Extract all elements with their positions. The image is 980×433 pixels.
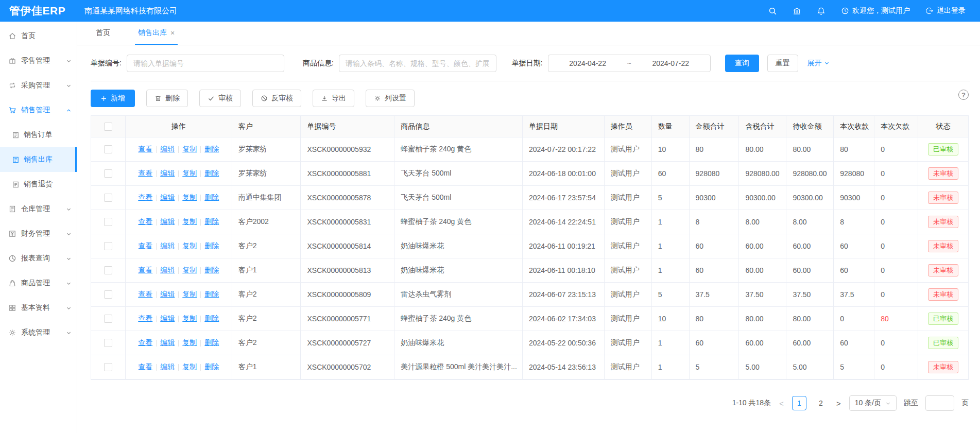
sidebar-item-product[interactable]: 商品管理 bbox=[0, 271, 77, 296]
delete-link[interactable]: 删除 bbox=[204, 169, 219, 178]
sidebar-subitem-sales-outbound[interactable]: 销售出库 bbox=[0, 147, 77, 172]
view-link[interactable]: 查看 bbox=[138, 362, 152, 372]
cell-customer: 罗莱家纺 bbox=[232, 137, 301, 161]
page-1[interactable]: 1 bbox=[792, 396, 806, 410]
edit-link[interactable]: 编辑 bbox=[160, 145, 175, 154]
page-size-select[interactable]: 10 条/页 bbox=[849, 395, 897, 411]
audit-button[interactable]: 审核 bbox=[199, 90, 241, 107]
user-welcome[interactable]: 欢迎您，测试用户 bbox=[841, 6, 910, 15]
check-icon bbox=[208, 95, 215, 102]
prev-page-icon[interactable]: < bbox=[778, 399, 785, 408]
delete-button[interactable]: 删除 bbox=[146, 90, 188, 107]
view-link[interactable]: 查看 bbox=[138, 290, 152, 299]
row-checkbox[interactable] bbox=[104, 363, 112, 371]
view-link[interactable]: 查看 bbox=[138, 169, 152, 178]
copy-link[interactable]: 复制 bbox=[182, 169, 197, 178]
sidebar-item-finance[interactable]: 财务管理 bbox=[0, 221, 77, 246]
edit-link[interactable]: 编辑 bbox=[160, 193, 175, 202]
select-all-checkbox[interactable] bbox=[104, 123, 112, 131]
row-checkbox[interactable] bbox=[104, 339, 112, 347]
copy-link[interactable]: 复制 bbox=[182, 193, 197, 202]
date-range-picker[interactable]: 2024-04-22 ~ 2024-07-22 bbox=[548, 55, 711, 72]
delete-link[interactable]: 删除 bbox=[204, 290, 219, 299]
delete-link[interactable]: 删除 bbox=[204, 362, 219, 372]
bill-no-input[interactable] bbox=[127, 55, 284, 72]
chevron-down-icon bbox=[66, 281, 72, 286]
row-checkbox[interactable] bbox=[104, 242, 112, 250]
unaudit-button[interactable]: 反审核 bbox=[252, 90, 301, 107]
delete-link[interactable]: 删除 bbox=[204, 338, 219, 348]
edit-link[interactable]: 编辑 bbox=[160, 362, 175, 372]
search-button[interactable]: 查询 bbox=[725, 55, 759, 72]
logout-button[interactable]: 退出登录 bbox=[925, 6, 966, 15]
edit-link[interactable]: 编辑 bbox=[160, 241, 175, 251]
tab-home[interactable]: 首页 bbox=[93, 22, 113, 45]
copy-link[interactable]: 复制 bbox=[182, 338, 197, 348]
row-checkbox[interactable] bbox=[104, 169, 112, 178]
delete-link[interactable]: 删除 bbox=[204, 241, 219, 251]
copy-link[interactable]: 复制 bbox=[182, 290, 197, 299]
edit-link[interactable]: 编辑 bbox=[160, 266, 175, 275]
add-button[interactable]: 新增 bbox=[91, 90, 135, 107]
date-from[interactable]: 2024-04-22 bbox=[569, 59, 606, 67]
copy-link[interactable]: 复制 bbox=[182, 266, 197, 275]
notification-bell-icon[interactable] bbox=[817, 7, 826, 15]
header-receivable: 待收金额 bbox=[786, 116, 834, 137]
sidebar-item-report[interactable]: 报表查询 bbox=[0, 246, 77, 271]
help-icon[interactable]: ? bbox=[958, 90, 969, 100]
tab-close-icon[interactable]: × bbox=[170, 29, 175, 37]
sidebar-item-purchase[interactable]: 采购管理 bbox=[0, 73, 77, 98]
edit-link[interactable]: 编辑 bbox=[160, 169, 175, 178]
cell-qty: 5 bbox=[652, 283, 690, 306]
view-link[interactable]: 查看 bbox=[138, 217, 152, 227]
search-icon[interactable] bbox=[768, 7, 777, 15]
next-page-icon[interactable]: > bbox=[835, 399, 842, 408]
reset-button[interactable]: 重置 bbox=[767, 55, 798, 72]
date-to[interactable]: 2024-07-22 bbox=[652, 59, 689, 67]
sidebar-item-retail[interactable]: 零售管理 bbox=[0, 48, 77, 73]
jump-page-input[interactable] bbox=[925, 395, 954, 411]
column-settings-button[interactable]: 列设置 bbox=[366, 90, 415, 107]
view-link[interactable]: 查看 bbox=[138, 241, 152, 251]
row-checkbox[interactable] bbox=[104, 218, 112, 226]
row-checkbox[interactable] bbox=[104, 315, 112, 323]
building-icon[interactable] bbox=[793, 7, 801, 15]
copy-link[interactable]: 复制 bbox=[182, 217, 197, 227]
sidebar-subitem-sales-order[interactable]: 销售订单 bbox=[0, 123, 77, 147]
copy-link[interactable]: 复制 bbox=[182, 314, 197, 323]
sidebar-item-home[interactable]: 首页 bbox=[0, 24, 77, 48]
delete-link[interactable]: 删除 bbox=[204, 193, 219, 202]
edit-link[interactable]: 编辑 bbox=[160, 338, 175, 348]
row-checkbox[interactable] bbox=[104, 194, 112, 202]
sidebar-subitem-sales-return[interactable]: 销售退货 bbox=[0, 172, 77, 197]
row-checkbox[interactable] bbox=[104, 290, 112, 299]
sidebar-item-warehouse[interactable]: 仓库管理 bbox=[0, 197, 77, 221]
tab-sales-outbound[interactable]: 销售出库 × bbox=[135, 22, 178, 45]
edit-link[interactable]: 编辑 bbox=[160, 314, 175, 323]
cell-tax-amount: 60.00 bbox=[739, 234, 786, 258]
edit-link[interactable]: 编辑 bbox=[160, 217, 175, 227]
view-link[interactable]: 查看 bbox=[138, 193, 152, 202]
export-button[interactable]: 导出 bbox=[313, 90, 354, 107]
row-checkbox[interactable] bbox=[104, 145, 112, 153]
page-2[interactable]: 2 bbox=[814, 396, 828, 410]
status-badge: 已审核 bbox=[928, 337, 958, 349]
row-checkbox[interactable] bbox=[104, 266, 112, 274]
sidebar-item-basic-data[interactable]: 基本资料 bbox=[0, 296, 77, 320]
view-link[interactable]: 查看 bbox=[138, 314, 152, 323]
copy-link[interactable]: 复制 bbox=[182, 241, 197, 251]
copy-link[interactable]: 复制 bbox=[182, 145, 197, 154]
delete-link[interactable]: 删除 bbox=[204, 314, 219, 323]
view-link[interactable]: 查看 bbox=[138, 145, 152, 154]
delete-link[interactable]: 删除 bbox=[204, 217, 219, 227]
copy-link[interactable]: 复制 bbox=[182, 362, 197, 372]
view-link[interactable]: 查看 bbox=[138, 266, 152, 275]
sidebar-item-sales[interactable]: 销售管理 bbox=[0, 98, 77, 123]
delete-link[interactable]: 删除 bbox=[204, 145, 219, 154]
sidebar-item-system[interactable]: 系统管理 bbox=[0, 320, 77, 345]
delete-link[interactable]: 删除 bbox=[204, 266, 219, 275]
view-link[interactable]: 查看 bbox=[138, 338, 152, 348]
product-info-input[interactable] bbox=[339, 55, 496, 72]
edit-link[interactable]: 编辑 bbox=[160, 290, 175, 299]
expand-link[interactable]: 展开 bbox=[807, 59, 830, 68]
